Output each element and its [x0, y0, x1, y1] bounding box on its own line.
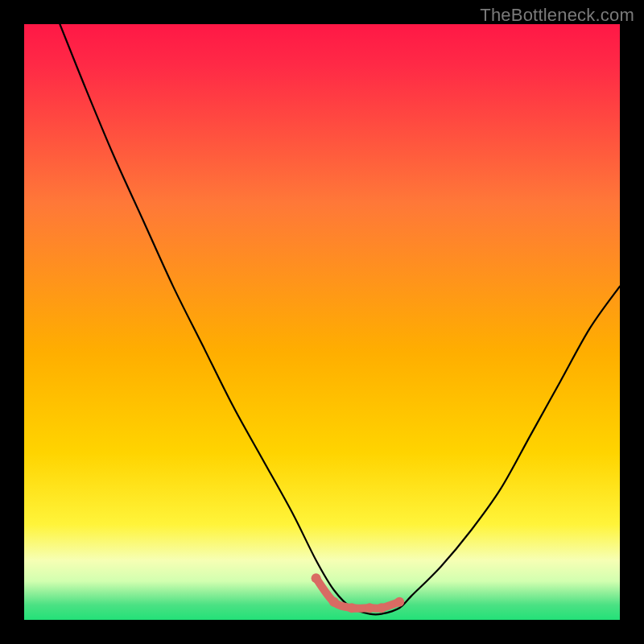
chart-frame: TheBottleneck.com [0, 0, 644, 644]
marker-dot [377, 603, 386, 613]
marker-dot [312, 573, 321, 583]
marker-dot [347, 603, 357, 613]
marker-dot [394, 597, 404, 607]
optimal-range-marker [24, 24, 620, 620]
plot-area [24, 24, 620, 620]
watermark-text: TheBottleneck.com [480, 5, 634, 26]
marker-dot [365, 603, 374, 613]
marker-dot [329, 597, 339, 607]
